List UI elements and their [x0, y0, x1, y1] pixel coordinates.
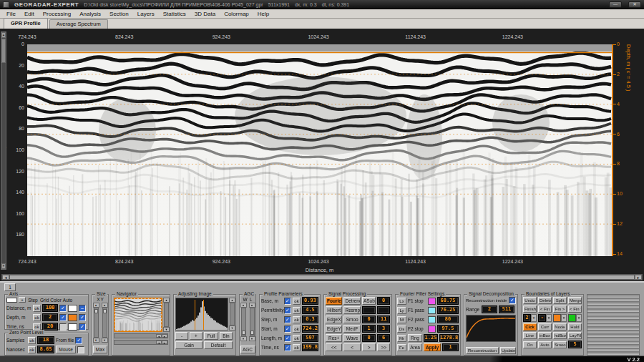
hist-down-icon[interactable]: ▼ [229, 326, 235, 331]
hold-button[interactable]: Hold [568, 323, 582, 331]
decomposition-plot[interactable] [466, 315, 516, 342]
asub-value[interactable]: 0 [377, 297, 390, 305]
agc-button[interactable]: AGC [240, 346, 255, 353]
bound-smoo-button[interactable]: Smoo [553, 341, 567, 348]
menu-statistics[interactable]: Statistics [159, 11, 190, 17]
samples-value[interactable]: 18 [37, 336, 54, 344]
reconstruction-inside-checkbox[interactable] [509, 297, 516, 304]
line-style-dropdown[interactable]: - ▾ [538, 314, 552, 322]
step-fwd-button[interactable]: > [362, 343, 376, 351]
agc-w-down-icon[interactable]: ▼ [240, 336, 247, 341]
wave-value-1[interactable]: 0 [362, 334, 376, 342]
smoo-value-1[interactable]: 0 [362, 315, 376, 323]
menu-3d-data[interactable]: 3D Data [190, 11, 220, 17]
axis-distance-ok-button[interactable]: ok [33, 305, 41, 312]
samples-ok-button[interactable]: ok [28, 337, 36, 344]
hist-up-icon[interactable]: ▲ [229, 298, 235, 303]
f1-pass-swatch[interactable] [428, 307, 436, 314]
step-back-button[interactable]: < [343, 343, 360, 351]
bin-button[interactable]: Bin [220, 332, 233, 340]
nanosec-value[interactable]: 8.65 [37, 346, 54, 353]
signal-empty-value-2[interactable] [377, 306, 390, 314]
length-checkbox[interactable] [284, 335, 291, 342]
lx-button[interactable]: Lx [397, 298, 406, 305]
resmpl-button[interactable]: Resmpl [343, 306, 360, 314]
axis-time-color-swatch[interactable] [68, 323, 77, 331]
layfill-button[interactable]: LayFill [568, 332, 582, 339]
rng-max-value[interactable]: 1278.8 [439, 334, 459, 342]
f1-pass-value[interactable]: 76.25 [437, 306, 459, 314]
axis-time-grid-checkbox[interactable] [59, 323, 67, 331]
nav-up-icon[interactable]: ▲ [163, 298, 170, 303]
full-button[interactable]: Full [204, 332, 218, 340]
merge-button[interactable]: Merge [568, 297, 582, 304]
histogram-vscroll[interactable]: ▲ ▼ [229, 298, 235, 331]
fe-button[interactable]: Fe [397, 344, 406, 351]
ly-button[interactable]: Ly [397, 307, 406, 314]
signal-empty-value-1[interactable] [362, 306, 376, 314]
auto-button[interactable]: Auto [538, 341, 552, 348]
axis-expand-button[interactable]: + [19, 297, 26, 303]
split-button[interactable]: Split [553, 297, 567, 304]
wave-value-2[interactable]: 6 [377, 334, 390, 342]
length-ok-button[interactable]: ok [293, 335, 301, 342]
fourier-button[interactable]: Fourier [326, 297, 342, 305]
axis-depth-grid-checkbox[interactable] [59, 314, 67, 321]
inbox-button[interactable]: inBox [538, 332, 552, 339]
edgex-button[interactable]: EdgeX [326, 315, 342, 323]
time-range-checkbox[interactable] [284, 344, 291, 351]
start-value[interactable]: 724.24 [302, 325, 318, 333]
radargram-canvas[interactable] [27, 44, 613, 256]
permittivity-value[interactable]: 4.5 [302, 306, 318, 314]
dropdown-arrow-icon[interactable]: ▾ [531, 314, 537, 322]
from-file-checkbox[interactable] [75, 337, 82, 344]
smoo-value-2[interactable]: 11 [377, 315, 390, 323]
range-to-value[interactable]: 511 [499, 305, 514, 313]
medf-value-1[interactable]: 1 [362, 325, 376, 333]
agc-w-up-icon[interactable]: ▲ [240, 303, 247, 308]
vscroll-thumb[interactable] [1, 39, 6, 63]
fin-left-button[interactable]: < Fin [538, 305, 552, 313]
smoo-button[interactable]: Smoo [343, 315, 360, 323]
menu-analysis[interactable]: Analysis [75, 11, 105, 17]
corr-button[interactable]: Corr [538, 323, 552, 331]
size-x-down-icon[interactable]: ▼ [93, 338, 99, 343]
hilbert-button[interactable]: Hilbert [326, 306, 342, 314]
nav-h2-left-icon[interactable]: ◄ [156, 341, 162, 344]
contrast-plus-button[interactable]: + [190, 332, 203, 340]
scroll-right-icon[interactable]: ► [635, 275, 642, 280]
nav-h1-left-icon[interactable]: ◄ [156, 334, 162, 338]
node-button[interactable]: Node [553, 323, 567, 331]
size-y-up-icon[interactable]: ▲ [102, 303, 108, 308]
line-button[interactable]: Line [523, 332, 537, 339]
medf-button[interactable]: MedF [343, 325, 360, 333]
nav-h2-right-icon[interactable]: ► [162, 341, 167, 344]
finish-button[interactable]: Finish [523, 305, 537, 313]
update-button[interactable]: Update [500, 347, 516, 354]
page-tab-1[interactable]: 1 [4, 283, 16, 291]
menu-section[interactable]: Section [105, 11, 133, 17]
hdbox-button[interactable]: hdBox [553, 332, 567, 339]
axis-distance-grid-checkbox[interactable] [59, 305, 67, 312]
gain-button[interactable]: Gain [175, 341, 203, 349]
axis-time-ok-button[interactable]: ok [33, 323, 41, 331]
edgey-button[interactable]: EdgeY [326, 325, 342, 333]
size-max-button[interactable]: Max [93, 346, 107, 353]
f2-stop-swatch[interactable] [428, 326, 436, 333]
navigator-vscroll[interactable]: ▲ ▼ [163, 298, 170, 332]
axis-bg-swatch[interactable] [6, 298, 17, 303]
rng-min-value[interactable]: 1.25 [424, 334, 438, 342]
scroll-down-icon[interactable]: ▼ [1, 263, 6, 269]
f2-pass-value[interactable]: 80 [437, 315, 459, 323]
time-range-ok-button[interactable]: ok [293, 344, 301, 351]
start-checkbox[interactable] [284, 326, 291, 333]
scroll-left-icon[interactable]: ◄ [2, 275, 9, 280]
undo-button[interactable]: Undo [523, 297, 537, 304]
nav-h1-right-icon[interactable]: ► [162, 334, 167, 338]
base-checkbox[interactable] [284, 298, 291, 305]
nanosec-ok-button[interactable]: ok [28, 346, 36, 353]
menu-file[interactable]: File [2, 11, 20, 17]
menu-colormap[interactable]: Colormap [220, 11, 253, 17]
area-button[interactable]: Area [408, 343, 422, 351]
scroll-up-icon[interactable]: ▲ [1, 32, 6, 38]
